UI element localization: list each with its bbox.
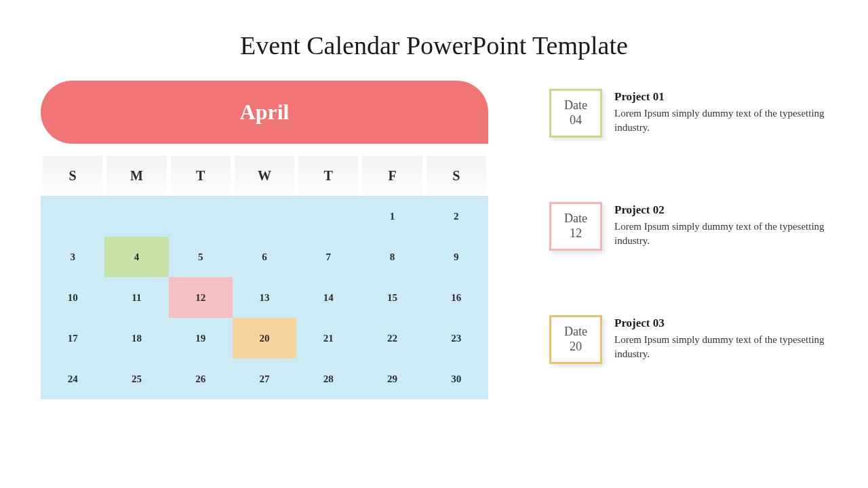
calendar-cell: 14 xyxy=(296,277,360,318)
event-date-box: Date04 xyxy=(549,89,602,138)
calendar-cell: 19 xyxy=(169,318,233,359)
calendar-cell: 7 xyxy=(296,237,360,277)
calendar-cell: 5 xyxy=(169,237,233,277)
event-text: Project 02Lorem Ipsum simply dummy text … xyxy=(614,202,827,248)
event-date-box: Date20 xyxy=(549,315,602,364)
day-header: T xyxy=(171,156,231,196)
calendar-cell: 27 xyxy=(233,359,296,399)
event-item: Date20Project 03Lorem Ipsum simply dummy… xyxy=(549,315,827,364)
calendar-cell: 16 xyxy=(425,277,488,318)
calendar-cell: 22 xyxy=(360,318,424,359)
calendar-cell: 18 xyxy=(104,318,168,359)
calendar-cell: 24 xyxy=(41,359,104,399)
page-title: Event Calendar PowerPoint Template xyxy=(0,0,868,60)
content-area: April SMTWTFS 12345678910111213141516171… xyxy=(0,60,868,399)
event-date-label: Date xyxy=(564,98,587,113)
day-header-row: SMTWTFS xyxy=(41,156,488,196)
event-text: Project 03Lorem Ipsum simply dummy text … xyxy=(614,315,827,361)
day-header: W xyxy=(235,156,294,196)
calendar: April SMTWTFS 12345678910111213141516171… xyxy=(41,81,488,399)
event-title: Project 03 xyxy=(614,317,827,330)
calendar-cell: 10 xyxy=(41,277,104,318)
calendar-cell: 11 xyxy=(104,277,168,318)
calendar-cell: 28 xyxy=(296,359,360,399)
calendar-cell: 13 xyxy=(233,277,296,318)
day-header: S xyxy=(427,156,486,196)
event-date-number: 20 xyxy=(570,340,582,354)
day-header: M xyxy=(106,156,166,196)
calendar-cell: 25 xyxy=(104,359,168,399)
event-description: Lorem Ipsum simply dummy text of the typ… xyxy=(614,106,827,135)
event-date-box: Date12 xyxy=(549,202,602,251)
calendar-cell-empty xyxy=(233,196,296,237)
month-header: April xyxy=(41,81,488,144)
calendar-cell-empty xyxy=(169,196,233,237)
event-date-label: Date xyxy=(564,325,587,340)
event-title: Project 02 xyxy=(614,203,827,217)
event-item: Date04Project 01Lorem Ipsum simply dummy… xyxy=(549,89,827,138)
calendar-cell: 23 xyxy=(425,318,488,359)
event-item: Date12Project 02Lorem Ipsum simply dummy… xyxy=(549,202,827,251)
day-header: T xyxy=(298,156,358,196)
events-panel: Date04Project 01Lorem Ipsum simply dummy… xyxy=(488,81,827,399)
calendar-cell: 15 xyxy=(360,277,424,318)
calendar-cell: 26 xyxy=(169,359,233,399)
calendar-cell-empty xyxy=(41,196,104,237)
calendar-cell: 30 xyxy=(425,359,488,399)
event-date-number: 12 xyxy=(570,226,582,241)
calendar-grid: 1234567891011121314151617181920212223242… xyxy=(41,196,488,399)
calendar-cell: 2 xyxy=(425,196,488,237)
calendar-cell: 6 xyxy=(233,237,296,277)
calendar-cell: 9 xyxy=(425,237,488,277)
event-description: Lorem Ipsum simply dummy text of the typ… xyxy=(614,333,827,361)
calendar-cell: 20 xyxy=(233,318,296,359)
calendar-cell: 17 xyxy=(41,318,104,359)
day-header: S xyxy=(43,156,102,196)
event-description: Lorem Ipsum simply dummy text of the typ… xyxy=(614,220,827,248)
calendar-cell-empty xyxy=(296,196,360,237)
calendar-cell-empty xyxy=(104,196,168,237)
calendar-cell: 4 xyxy=(104,237,168,277)
event-title: Project 01 xyxy=(614,90,827,104)
event-date-label: Date xyxy=(564,211,587,226)
day-header: F xyxy=(362,156,422,196)
event-date-number: 04 xyxy=(570,113,582,128)
calendar-cell: 21 xyxy=(296,318,360,359)
calendar-cell: 1 xyxy=(360,196,424,237)
calendar-cell: 8 xyxy=(360,237,424,277)
calendar-cell: 3 xyxy=(41,237,104,277)
calendar-cell: 12 xyxy=(169,277,233,318)
calendar-cell: 29 xyxy=(360,359,424,399)
event-text: Project 01Lorem Ipsum simply dummy text … xyxy=(614,89,827,135)
